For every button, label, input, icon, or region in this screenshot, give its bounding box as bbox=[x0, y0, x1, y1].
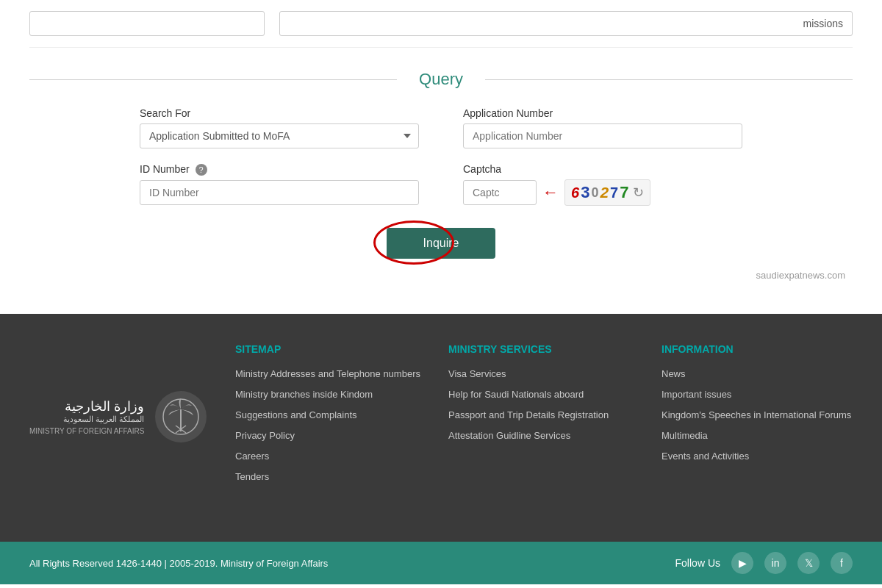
list-item: Suggestions and Complaints bbox=[235, 408, 426, 421]
top-section: missions Query Search For Application Su… bbox=[0, 0, 882, 314]
captcha-refresh-icon[interactable]: ↻ bbox=[633, 184, 644, 201]
id-number-group: ID Number ? bbox=[140, 163, 419, 206]
id-number-input[interactable] bbox=[140, 180, 419, 205]
list-item: Privacy Policy bbox=[235, 429, 426, 442]
inquire-btn-wrapper: Inquire bbox=[387, 228, 496, 259]
footer-grid: وزارة الخارجية المملكة العربية السعودية … bbox=[29, 343, 853, 490]
ms-link-4[interactable]: Attestation Guidline Services bbox=[448, 430, 570, 441]
info-link-2[interactable]: Important issues bbox=[662, 389, 731, 400]
search-for-group: Search For Application Submitted to MoFA… bbox=[140, 107, 419, 148]
ministry-services-heading: MINISTRY SERVICES bbox=[448, 343, 639, 355]
list-item: Passport and Trip Details Registration bbox=[448, 408, 639, 421]
ms-link-1[interactable]: Visa Services bbox=[448, 368, 506, 379]
missions-box: missions bbox=[279, 11, 853, 36]
captcha-digit-4: 2 bbox=[600, 184, 609, 201]
list-item: Important issues bbox=[662, 387, 853, 401]
watermark: saudiexpatnews.com bbox=[29, 266, 853, 284]
footer-information: INFORMATION News Important issues Kingdo… bbox=[662, 343, 853, 490]
sitemap-list: Ministry Addresses and Telephone numbers… bbox=[235, 367, 426, 483]
captcha-group: Captcha ← 6 3 0 2 7 7 ↻ bbox=[463, 163, 742, 206]
query-divider-right bbox=[485, 79, 853, 80]
sitemap-link-1[interactable]: Ministry Addresses and Telephone numbers bbox=[235, 368, 420, 379]
ms-link-3[interactable]: Passport and Trip Details Registration bbox=[448, 409, 609, 420]
app-number-input[interactable] bbox=[463, 123, 742, 148]
info-link-5[interactable]: Events and Activities bbox=[662, 451, 749, 462]
sitemap-link-5[interactable]: Careers bbox=[235, 451, 269, 462]
ministry-services-list: Visa Services Help for Saudi Nationals a… bbox=[448, 367, 639, 442]
sitemap-link-2[interactable]: Ministry branches inside Kindom bbox=[235, 389, 373, 400]
social-section: Follow Us ▶ in 𝕏 f bbox=[675, 552, 853, 574]
youtube-icon[interactable]: ▶ bbox=[731, 552, 753, 574]
captcha-digit-2: 3 bbox=[581, 183, 589, 202]
bottom-bar: All Rights Reserved 1426-1440 | 2005-201… bbox=[0, 542, 882, 584]
list-item: Visa Services bbox=[448, 367, 639, 380]
info-link-3[interactable]: Kingdom's Speeches in International Foru… bbox=[662, 409, 851, 420]
captcha-arrow-icon: ← bbox=[542, 183, 559, 202]
ms-link-2[interactable]: Help for Saudi Nationals aboard bbox=[448, 389, 584, 400]
linkedin-icon[interactable]: in bbox=[764, 552, 786, 574]
captcha-digit-5: 7 bbox=[610, 184, 618, 201]
sitemap-link-6[interactable]: Tenders bbox=[235, 471, 269, 482]
sitemap-link-3[interactable]: Suggestions and Complaints bbox=[235, 409, 357, 420]
list-item: Attestation Guidline Services bbox=[448, 429, 639, 442]
query-divider-left bbox=[29, 79, 397, 80]
query-title-row: Query bbox=[29, 70, 853, 89]
captcha-digit-6: 7 bbox=[620, 183, 628, 202]
search-for-select[interactable]: Application Submitted to MoFA Other bbox=[140, 123, 419, 148]
id-help-icon[interactable]: ? bbox=[196, 164, 207, 176]
footer-en-text: MINISTRY OF FOREIGN AFFAIRS bbox=[29, 427, 144, 435]
app-number-label: Application Number bbox=[463, 107, 742, 119]
copyright-text: All Rights Reserved 1426-1440 | 2005-201… bbox=[29, 558, 328, 569]
inquire-button[interactable]: Inquire bbox=[387, 228, 496, 259]
captcha-digit-1: 6 bbox=[571, 184, 579, 201]
facebook-icon[interactable]: f bbox=[831, 552, 853, 574]
captcha-label: Captcha bbox=[463, 163, 742, 175]
footer-arabic-text: وزارة الخارجية bbox=[29, 398, 144, 415]
captcha-digits: 6 3 0 2 7 7 ↻ bbox=[564, 179, 650, 206]
info-link-1[interactable]: News bbox=[662, 368, 686, 379]
id-number-label: ID Number ? bbox=[140, 163, 419, 176]
footer-ministry-services: MINISTRY SERVICES Visa Services Help for… bbox=[448, 343, 639, 490]
list-item: Kingdom's Speeches in International Foru… bbox=[662, 408, 853, 421]
footer: وزارة الخارجية المملكة العربية السعودية … bbox=[0, 314, 882, 542]
list-item: Tenders bbox=[235, 470, 426, 483]
search-for-label: Search For bbox=[140, 107, 419, 119]
list-item: Events and Activities bbox=[662, 449, 853, 462]
captcha-digit-3: 0 bbox=[591, 185, 598, 201]
inquire-row: Inquire bbox=[29, 228, 853, 259]
list-item: Ministry Addresses and Telephone numbers bbox=[235, 367, 426, 380]
list-item: Multimedia bbox=[662, 429, 853, 442]
info-link-4[interactable]: Multimedia bbox=[662, 430, 708, 441]
list-item: News bbox=[662, 367, 853, 380]
query-form: Search For Application Submitted to MoFA… bbox=[110, 107, 772, 206]
list-item: Careers bbox=[235, 449, 426, 462]
list-item: Ministry branches inside Kindom bbox=[235, 387, 426, 401]
top-inputs: missions bbox=[29, 0, 853, 48]
app-number-group: Application Number bbox=[463, 107, 742, 148]
footer-arabic-sub: المملكة العربية السعودية bbox=[29, 415, 144, 424]
list-item: Help for Saudi Nationals aboard bbox=[448, 387, 639, 401]
information-list: News Important issues Kingdom's Speeches… bbox=[662, 367, 853, 462]
palm-logo-icon bbox=[155, 391, 207, 442]
captcha-row: ← 6 3 0 2 7 7 ↻ bbox=[463, 179, 742, 206]
top-input-left[interactable] bbox=[29, 11, 265, 36]
captcha-input[interactable] bbox=[463, 180, 537, 205]
twitter-icon[interactable]: 𝕏 bbox=[797, 552, 820, 574]
query-title: Query bbox=[397, 70, 485, 89]
sitemap-link-4[interactable]: Privacy Policy bbox=[235, 430, 295, 441]
sitemap-heading: SITEMAP bbox=[235, 343, 426, 355]
follow-us-label: Follow Us bbox=[675, 557, 720, 569]
footer-sitemap: SITEMAP Ministry Addresses and Telephone… bbox=[235, 343, 426, 490]
footer-logo: وزارة الخارجية المملكة العربية السعودية … bbox=[29, 343, 213, 490]
information-heading: INFORMATION bbox=[662, 343, 853, 355]
